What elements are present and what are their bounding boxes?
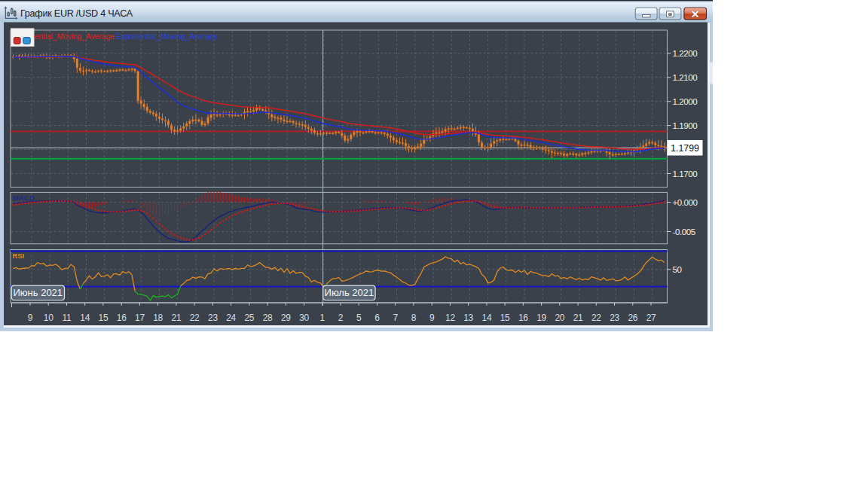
svg-text:1.1700: 1.1700 bbox=[673, 169, 698, 178]
svg-text:1: 1 bbox=[320, 313, 326, 323]
svg-text:17: 17 bbox=[135, 313, 145, 323]
svg-text:23: 23 bbox=[610, 313, 619, 323]
svg-text:29: 29 bbox=[281, 313, 291, 323]
svg-text:MACD: MACD bbox=[13, 194, 35, 202]
svg-text:ential_Moving_Average: ential_Moving_Average bbox=[35, 32, 115, 41]
svg-text:RSI: RSI bbox=[13, 252, 25, 260]
svg-text:15: 15 bbox=[500, 313, 510, 323]
svg-text:27: 27 bbox=[646, 313, 656, 323]
svg-text:21: 21 bbox=[172, 313, 182, 323]
svg-text:20: 20 bbox=[555, 313, 564, 323]
svg-text:15: 15 bbox=[99, 313, 108, 323]
svg-text:28: 28 bbox=[263, 313, 273, 323]
svg-text:Июнь 2021: Июнь 2021 bbox=[14, 287, 63, 298]
svg-text:1.2200: 1.2200 bbox=[673, 48, 698, 58]
svg-text:30: 30 bbox=[299, 313, 309, 323]
svg-text:9: 9 bbox=[28, 313, 33, 323]
svg-text:2: 2 bbox=[338, 313, 344, 323]
svg-text:19: 19 bbox=[536, 313, 546, 323]
svg-text:✕: ✕ bbox=[691, 8, 700, 20]
svg-text:14: 14 bbox=[482, 313, 492, 323]
svg-text:16: 16 bbox=[518, 313, 528, 323]
svg-text:14: 14 bbox=[80, 313, 90, 323]
svg-text:23: 23 bbox=[208, 313, 218, 323]
svg-text:1.1799: 1.1799 bbox=[671, 143, 699, 154]
svg-text:25: 25 bbox=[244, 313, 254, 323]
svg-text:6: 6 bbox=[374, 313, 380, 323]
svg-text:Июль 2021: Июль 2021 bbox=[325, 287, 374, 298]
svg-text:18: 18 bbox=[153, 313, 163, 323]
svg-text:24: 24 bbox=[226, 313, 236, 323]
svg-text:26: 26 bbox=[628, 313, 637, 323]
svg-text:7: 7 bbox=[393, 313, 399, 323]
svg-text:13: 13 bbox=[463, 313, 473, 323]
svg-text:12: 12 bbox=[445, 313, 455, 323]
svg-text:16: 16 bbox=[117, 313, 127, 323]
svg-text:График EUR /USD 4 ЧАСА: График EUR /USD 4 ЧАСА bbox=[20, 8, 133, 19]
svg-text:+0.000: +0.000 bbox=[673, 197, 698, 207]
svg-text:50: 50 bbox=[673, 264, 682, 274]
svg-text:11: 11 bbox=[63, 313, 72, 323]
svg-text:22: 22 bbox=[190, 313, 200, 323]
svg-text:5: 5 bbox=[356, 313, 362, 323]
svg-text:-0.005: -0.005 bbox=[673, 227, 695, 236]
svg-text:9: 9 bbox=[429, 313, 435, 323]
svg-text:1.1900: 1.1900 bbox=[673, 120, 698, 130]
svg-text:10: 10 bbox=[44, 313, 53, 323]
svg-text:1.2000: 1.2000 bbox=[673, 96, 698, 106]
svg-text:8: 8 bbox=[411, 313, 417, 323]
svg-text:Exponential_Moving_Average: Exponential_Moving_Average bbox=[116, 32, 219, 41]
svg-text:22: 22 bbox=[591, 313, 601, 323]
svg-text:21: 21 bbox=[573, 313, 583, 323]
svg-text:1.2100: 1.2100 bbox=[673, 72, 698, 82]
